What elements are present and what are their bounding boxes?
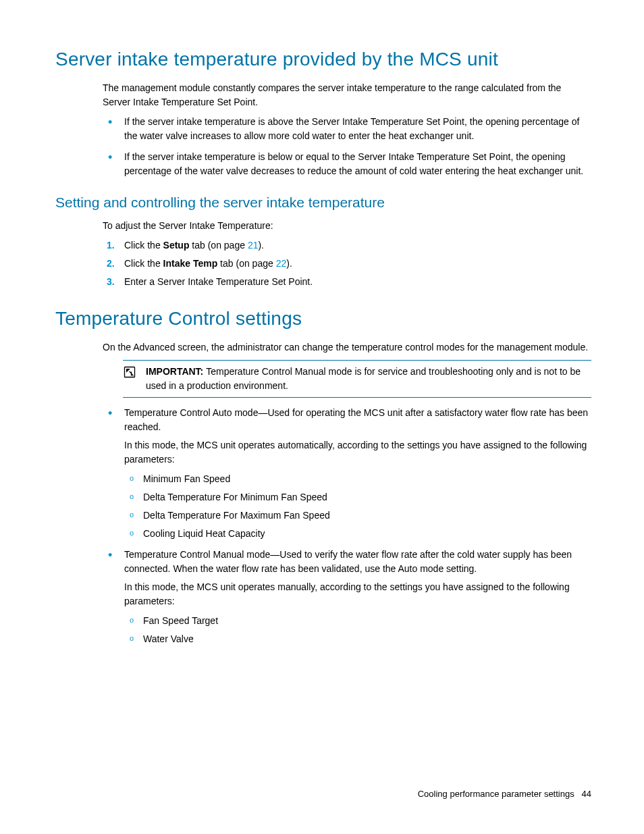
page-link[interactable]: 21 — [248, 240, 259, 251]
bullet-text: Temperature Control Manual mode—Used to … — [124, 549, 572, 574]
list-item: Temperature Control Manual mode—Used to … — [103, 548, 591, 646]
sub-item: Water Valve — [124, 632, 591, 646]
step-item: Click the Intake Temp tab (on page 22). — [103, 257, 591, 271]
list-item: If the server intake temperature is abov… — [103, 115, 591, 143]
sub-item: Minimum Fan Speed — [124, 472, 591, 486]
page-link[interactable]: 22 — [276, 258, 287, 269]
page-footer: Cooling performance parameter settings 4… — [418, 789, 591, 799]
important-note: IMPORTANT: Temperature Control Manual mo… — [123, 360, 591, 398]
step-text: Click the — [124, 258, 163, 269]
sub-list: Fan Speed Target Water Valve — [124, 614, 591, 646]
sub-item: Delta Temperature For Maximum Fan Speed — [124, 509, 591, 523]
step-item: Click the Setup tab (on page 21). — [103, 238, 591, 253]
sub-item: Fan Speed Target — [124, 614, 591, 628]
footer-page-number: 44 — [582, 789, 591, 799]
step-text: tab (on page — [217, 258, 275, 269]
heading-setting-controlling: Setting and controlling the server intak… — [55, 194, 591, 211]
bullet-paragraph: In this mode, the MCS unit operates auto… — [124, 438, 591, 467]
bullet-list: If the server intake temperature is abov… — [103, 115, 591, 178]
step-bold: Intake Temp — [163, 258, 218, 269]
step-bold: Setup — [163, 240, 190, 251]
intro-paragraph: To adjust the Server Intake Temperature: — [103, 219, 591, 233]
sub-item: Delta Temperature For Minimum Fan Speed — [124, 490, 591, 504]
step-text: ). — [286, 258, 292, 269]
footer-section: Cooling performance parameter settings — [418, 789, 574, 799]
important-icon — [123, 365, 136, 393]
step-text: tab (on page — [189, 240, 247, 251]
list-item: If the server intake temperature is belo… — [103, 150, 591, 178]
step-text: ). — [258, 240, 264, 251]
list-item: Temperature Control Auto mode—Used for o… — [103, 406, 591, 541]
important-label: IMPORTANT: — [146, 366, 206, 377]
important-text: Temperature Control Manual mode is for s… — [146, 366, 581, 391]
ordered-steps: Click the Setup tab (on page 21). Click … — [103, 238, 591, 289]
bullet-list: Temperature Control Auto mode—Used for o… — [103, 406, 591, 646]
intro-paragraph: On the Advanced screen, the administrato… — [103, 340, 591, 355]
bullet-paragraph: In this mode, the MCS unit operates manu… — [124, 580, 591, 608]
step-text: Click the — [124, 240, 163, 251]
sub-list: Minimum Fan Speed Delta Temperature For … — [124, 472, 591, 541]
sub-item: Cooling Liquid Heat Capacity — [124, 527, 591, 541]
heading-temperature-control: Temperature Control settings — [55, 308, 591, 330]
intro-paragraph: The management module constantly compare… — [103, 81, 591, 109]
heading-server-intake: Server intake temperature provided by th… — [55, 49, 591, 70]
bullet-text: Temperature Control Auto mode—Used for o… — [124, 407, 588, 432]
step-item: Enter a Server Intake Temperature Set Po… — [103, 275, 591, 289]
